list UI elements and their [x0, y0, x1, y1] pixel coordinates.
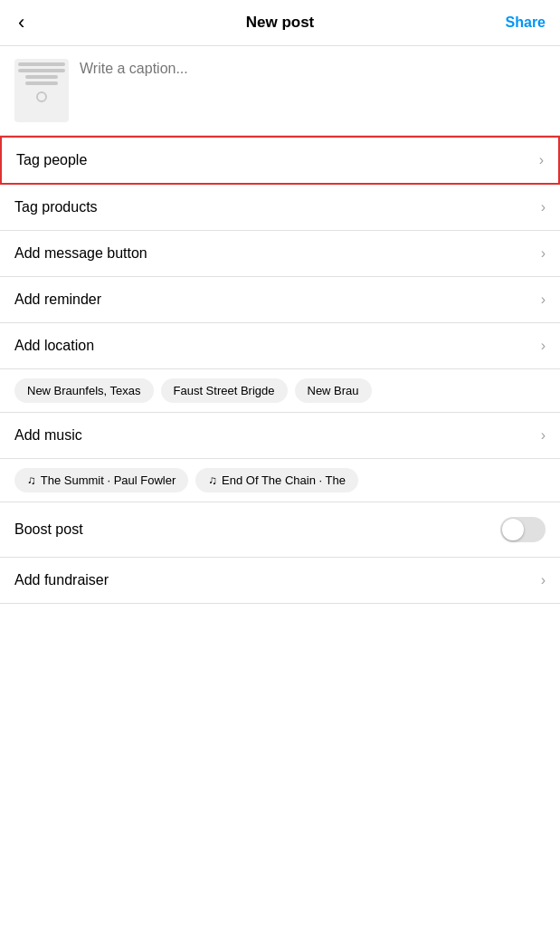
caption-area [0, 46, 560, 136]
add-fundraiser-chevron: › [541, 572, 546, 588]
menu-label-tag-people: Tag people [16, 152, 87, 168]
add-music-chevron: › [541, 427, 546, 444]
thumb-line-1 [18, 62, 65, 66]
menu-row-add-reminder[interactable]: Add reminder › [0, 277, 560, 323]
boost-post-row[interactable]: Boost post [0, 502, 560, 558]
menu-label-add-reminder: Add reminder [14, 291, 101, 308]
music-chips-area: ♫The Summit · Paul Fowler♫End Of The Cha… [0, 459, 560, 502]
chevron-add-location: › [541, 338, 546, 354]
music-chip-label: End Of The Chain · The [222, 473, 346, 487]
menu-row-tag-products[interactable]: Tag products › [0, 185, 560, 231]
add-music-label: Add music [14, 427, 82, 444]
music-note-icon: ♫ [208, 473, 217, 487]
menu-row-tag-people[interactable]: Tag people › [0, 136, 560, 185]
menu-row-add-message-button[interactable]: Add message button › [0, 231, 560, 277]
caption-input[interactable] [80, 59, 546, 110]
music-chip-label: The Summit · Paul Fowler [41, 473, 176, 487]
menu-label-add-location: Add location [14, 338, 94, 354]
music-chip-music-1[interactable]: ♫The Summit · Paul Fowler [14, 468, 188, 492]
add-fundraiser-label: Add fundraiser [14, 572, 109, 588]
thumb-circle [36, 91, 47, 102]
location-chip-chip-1[interactable]: New Braunfels, Texas [14, 378, 154, 403]
back-button[interactable]: ‹ [14, 13, 28, 33]
thumb-line-4 [25, 81, 58, 85]
add-fundraiser-row[interactable]: Add fundraiser › [0, 558, 560, 604]
chevron-tag-products: › [541, 199, 546, 215]
music-chip-music-2[interactable]: ♫End Of The Chain · The [195, 468, 358, 492]
menu-label-add-message-button: Add message button [14, 245, 147, 262]
menu-row-add-location[interactable]: Add location › [0, 323, 560, 369]
page-title: New post [246, 14, 315, 32]
post-thumbnail [14, 59, 69, 122]
boost-post-label: Boost post [14, 521, 83, 538]
chevron-add-message-button: › [541, 245, 546, 262]
music-note-icon: ♫ [27, 473, 36, 487]
chevron-add-reminder: › [541, 291, 546, 308]
add-music-row[interactable]: Add music › [0, 413, 560, 459]
thumb-line-2 [18, 69, 65, 72]
header: ‹ New post Share [0, 0, 560, 46]
boost-post-toggle[interactable] [500, 517, 546, 542]
menu-rows: Tag people › Tag products › Add message … [0, 136, 560, 369]
thumb-line-3 [25, 75, 58, 79]
share-button[interactable]: Share [506, 14, 546, 31]
location-chip-chip-3[interactable]: New Brau [295, 378, 372, 403]
location-chips-area: New Braunfels, TexasFaust Street BrigdeN… [0, 369, 560, 413]
toggle-thumb [502, 519, 524, 540]
menu-label-tag-products: Tag products [14, 199, 98, 215]
location-chip-chip-2[interactable]: Faust Street Brigde [161, 378, 288, 403]
chevron-tag-people: › [539, 152, 544, 168]
